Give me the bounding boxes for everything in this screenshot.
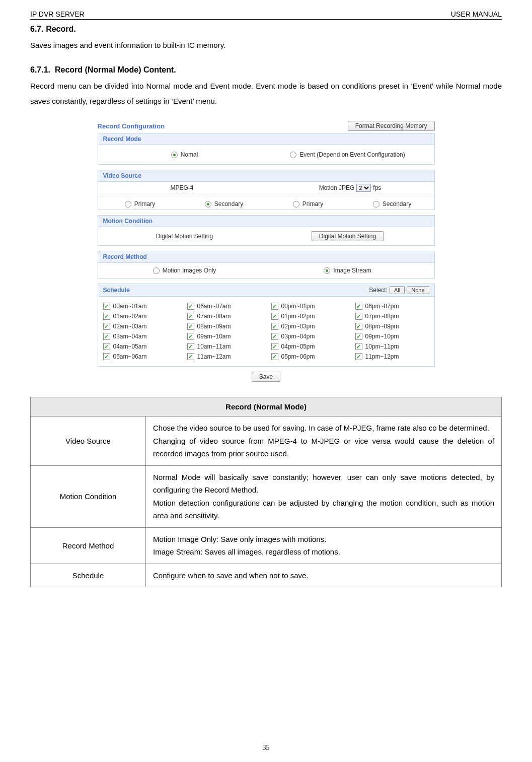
- schedule-checkbox[interactable]: [187, 343, 194, 350]
- motion-only-radio[interactable]: [153, 267, 160, 274]
- schedule-checkbox[interactable]: [271, 343, 278, 350]
- schedule-checkbox[interactable]: [187, 313, 194, 320]
- schedule-item: 08pm~09pm: [355, 323, 429, 330]
- schedule-label: 03am~04am: [113, 333, 147, 340]
- schedule-checkbox[interactable]: [271, 303, 278, 310]
- schedule-checkbox[interactable]: [187, 333, 194, 340]
- schedule-label: 09am~10am: [197, 333, 231, 340]
- schedule-item: 09am~10am: [187, 333, 261, 340]
- schedule-label: 11pm~12pm: [365, 353, 399, 360]
- schedule-label: 01am~02am: [113, 313, 147, 320]
- fps-select[interactable]: 2: [356, 184, 371, 192]
- digital-motion-setting-button[interactable]: Digital Motion Setting: [312, 231, 384, 241]
- schedule-item: 05am~06am: [103, 353, 177, 360]
- schedule-select-label: Select:: [369, 287, 388, 294]
- mjpeg-primary-label: Primary: [302, 200, 323, 207]
- mjpeg-label: Motion JPEG: [319, 184, 355, 191]
- table-row-desc: Normal Mode will basically save constant…: [146, 465, 502, 527]
- save-button[interactable]: Save: [252, 372, 280, 382]
- mpeg-primary-label: Primary: [134, 200, 155, 207]
- schedule-item: 06am~07am: [187, 303, 261, 310]
- format-memory-button[interactable]: Format Recording Memory: [348, 121, 435, 131]
- schedule-checkbox[interactable]: [355, 303, 362, 310]
- schedule-all-button[interactable]: All: [390, 286, 405, 294]
- schedule-item: 07am~08am: [187, 313, 261, 320]
- mpeg-primary-radio[interactable]: [125, 201, 131, 207]
- schedule-label: 10am~11am: [197, 343, 231, 350]
- mjpeg-secondary-radio[interactable]: [373, 201, 379, 207]
- schedule-label: 06pm~07pm: [365, 303, 399, 310]
- schedule-item: 11am~12am: [187, 353, 261, 360]
- image-stream-label: Image Stream: [333, 267, 371, 274]
- schedule-item: 04pm~05pm: [271, 343, 345, 350]
- record-mode-section: Record Mode Nomal Event (Depend on Event…: [98, 133, 435, 165]
- schedule-checkbox[interactable]: [271, 323, 278, 330]
- schedule-checkbox[interactable]: [355, 333, 362, 340]
- mpeg4-label: MPEG-4: [170, 184, 193, 191]
- record-config-title: Record Configuration: [98, 122, 165, 130]
- section-6-7-1-title: Record (Normal Mode) Content.: [55, 65, 176, 74]
- schedule-label: 04pm~05pm: [281, 343, 315, 350]
- page-number: 35: [0, 744, 532, 752]
- fps-label: fps: [373, 184, 381, 191]
- schedule-none-button[interactable]: None: [407, 286, 429, 294]
- schedule-checkbox[interactable]: [103, 323, 110, 330]
- schedule-checkbox[interactable]: [271, 353, 278, 360]
- schedule-label: 06am~07am: [197, 303, 231, 310]
- schedule-checkbox[interactable]: [187, 353, 194, 360]
- schedule-checkbox[interactable]: [271, 313, 278, 320]
- image-stream-radio[interactable]: [324, 267, 330, 274]
- schedule-label: 05pm~06pm: [281, 353, 315, 360]
- mjpeg-primary-radio[interactable]: [293, 201, 299, 207]
- record-mode-event-label: Event (Depend on Event Configuration): [299, 151, 405, 158]
- schedule-label: 02pm~03pm: [281, 323, 315, 330]
- schedule-checkbox[interactable]: [355, 353, 362, 360]
- schedule-item: 04am~05am: [103, 343, 177, 350]
- mjpeg-secondary-label: Secondary: [383, 200, 411, 207]
- record-method-section: Record Method Motion Images Only Image S…: [98, 251, 435, 279]
- schedule-checkbox[interactable]: [103, 343, 110, 350]
- schedule-item: 00am~01am: [103, 303, 177, 310]
- schedule-label: 11am~12am: [197, 353, 231, 360]
- schedule-checkbox[interactable]: [187, 303, 194, 310]
- table-header: Record (Normal Mode): [31, 397, 502, 417]
- schedule-checkbox[interactable]: [103, 313, 110, 320]
- schedule-checkbox[interactable]: [271, 333, 278, 340]
- schedule-checkbox[interactable]: [355, 343, 362, 350]
- table-row-label: Video Source: [31, 417, 146, 466]
- schedule-label: 03pm~04pm: [281, 333, 315, 340]
- table-row-label: Motion Condition: [31, 465, 146, 527]
- table-row-label: Schedule: [31, 564, 146, 587]
- schedule-label: 10pm~11pm: [365, 343, 399, 350]
- schedule-label: 07am~08am: [197, 313, 231, 320]
- schedule-item: 05pm~06pm: [271, 353, 345, 360]
- record-mode-head: Record Mode: [98, 133, 434, 145]
- schedule-item: 03am~04am: [103, 333, 177, 340]
- schedule-checkbox[interactable]: [187, 323, 194, 330]
- schedule-label: 07pm~08pm: [365, 313, 399, 320]
- section-6-7-1-text: Record menu can be divided into Normal m…: [30, 79, 502, 109]
- schedule-item: 10pm~11pm: [355, 343, 429, 350]
- schedule-item: 08am~09am: [187, 323, 261, 330]
- schedule-checkbox[interactable]: [355, 313, 362, 320]
- record-normal-mode-table: Record (Normal Mode) Video SourceChose t…: [30, 397, 502, 587]
- schedule-item: 10am~11am: [187, 343, 261, 350]
- table-row-label: Record Method: [31, 527, 146, 564]
- schedule-checkbox[interactable]: [103, 303, 110, 310]
- schedule-item: 00pm~01pm: [271, 303, 345, 310]
- schedule-head: Schedule: [98, 285, 135, 296]
- section-6-7-1-num: 6.7.1.: [30, 65, 50, 74]
- schedule-item: 11pm~12pm: [355, 353, 429, 360]
- record-mode-normal-radio[interactable]: [171, 152, 178, 158]
- schedule-checkbox[interactable]: [355, 323, 362, 330]
- schedule-label: 00pm~01pm: [281, 303, 315, 310]
- record-mode-event-radio[interactable]: [290, 152, 296, 158]
- mpeg-secondary-radio[interactable]: [205, 201, 211, 207]
- schedule-item: 02pm~03pm: [271, 323, 345, 330]
- record-method-head: Record Method: [98, 251, 434, 263]
- schedule-checkbox[interactable]: [103, 333, 110, 340]
- schedule-checkbox[interactable]: [103, 353, 110, 360]
- table-row-desc: Motion Image Only: Save only images with…: [146, 527, 502, 564]
- schedule-label: 02am~03am: [113, 323, 147, 330]
- section-6-7-title: Record.: [46, 25, 76, 33]
